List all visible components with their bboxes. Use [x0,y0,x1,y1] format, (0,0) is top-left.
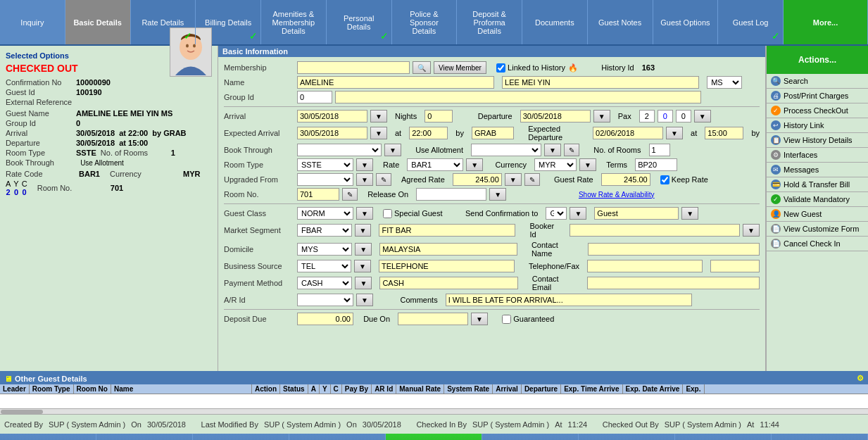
upgraded-from-select[interactable] [297,173,353,186]
due-on-btn[interactable]: ▼ [471,313,488,325]
tab-police[interactable]: Police & Sponsor Details [392,0,458,44]
guaranteed-checkbox[interactable] [502,315,511,324]
tab-basic-details[interactable]: Basic Details [65,0,131,44]
rate-btn[interactable]: ▼ [466,158,483,171]
biz-source-select[interactable]: TEL [297,260,351,272]
market-seg-name-input[interactable] [379,224,515,237]
domicile-name-input[interactable] [379,243,517,256]
group-name-input[interactable] [335,91,701,103]
search-action-btn[interactable]: 🔍 Search [767,74,868,89]
linked-history-check[interactable]: Linked to History [496,63,565,73]
payment-name-input[interactable] [379,277,517,289]
agreed-rate-edit-btn[interactable]: ✎ [524,173,540,186]
hold-transfer-btn[interactable]: 💳 Hold & Transfer Bill [767,177,868,192]
messages-btn[interactable]: ✉ Messages [767,163,868,177]
copy-btn[interactable]: 📄 Copy [482,434,579,440]
special-guest-checkbox[interactable] [383,209,392,218]
last-name-input[interactable] [502,76,699,89]
validate-btn[interactable]: ✓ Validate Mandatory [767,192,868,207]
nights-input[interactable] [424,110,453,122]
arrival-date-input[interactable] [297,110,367,122]
release-on-btn[interactable]: ▼ [489,188,506,201]
book-through-select[interactable] [297,144,382,156]
release-on-input[interactable] [416,188,486,201]
tel-input[interactable] [587,260,703,272]
scrollbar[interactable] [0,408,868,414]
tab-guest-log[interactable]: Guest Log ✓ [718,0,784,44]
new-guest-btn[interactable]: 👤 New Guest [767,207,868,222]
agreed-rate-input[interactable] [453,173,502,186]
booker-id-btn[interactable]: ▼ [743,224,760,237]
comments-input[interactable] [446,294,692,306]
membership-search-btn[interactable]: 🔍 [413,61,431,74]
title-select[interactable]: MSMRMRSDR [707,76,742,89]
history-link-btn[interactable]: ↩ History Link [767,118,868,133]
terms-input[interactable] [635,158,677,171]
contact-email-input[interactable] [587,277,760,289]
tab-more[interactable]: More... [784,0,868,44]
no-rooms-form-input[interactable] [649,144,670,156]
view-customize-btn[interactable]: 📄 View Customize Form [767,222,868,237]
deposit-due-input[interactable] [297,313,353,325]
ar-id-select[interactable] [297,294,353,306]
send-conf-btn[interactable]: ▼ [570,207,586,220]
interfaces-btn[interactable]: ⚙ Interfaces [767,148,868,163]
use-allotment-select[interactable] [471,144,541,156]
agreed-rate-btn[interactable]: ▼ [505,173,522,186]
waitlist-btn[interactable]: 📋 Waitlist Reservation [193,434,289,440]
room-no-btn[interactable]: ✎ [342,188,358,201]
rate-select[interactable]: BAR1 [407,158,463,171]
pax-c-input[interactable] [676,110,691,122]
due-on-input[interactable] [398,313,468,325]
market-seg-select[interactable]: FBAR [297,224,352,237]
tab-guest-notes[interactable]: Guest Notes [588,0,653,44]
exp-arrival-input[interactable] [297,127,367,139]
guest-rate-input[interactable] [601,173,650,186]
market-seg-btn[interactable]: ▼ [355,224,372,237]
payment-method-select[interactable]: CASH [297,277,352,289]
pax-b-input[interactable] [658,110,673,122]
domicile-select[interactable]: MYS [297,243,352,256]
currency-select[interactable]: MYR [534,158,577,171]
view-member-btn[interactable]: View Member [434,61,486,74]
send-conf-type-input[interactable] [594,207,679,220]
exp-arrival-time-input[interactable] [409,127,448,139]
special-guest-check[interactable]: Special Guest [383,209,442,218]
currency-btn[interactable]: ▼ [579,158,596,171]
biz-source-name-input[interactable] [379,260,515,272]
keep-rate-checkbox[interactable] [660,175,669,184]
add-sharer-btn[interactable]: 👤 Add a Sharer [579,434,675,440]
group-id-input[interactable] [297,91,332,103]
send-conf-type-btn[interactable]: ▼ [681,207,698,220]
tab-deposit[interactable]: Deposit & Proforma Details [457,0,522,44]
room-no-input[interactable] [297,188,339,201]
tab-inquiry[interactable]: Inquiry [0,0,65,44]
arrival-date-btn[interactable]: ▼ [370,110,387,122]
tab-billing-details[interactable]: Billing Details ✓ [196,0,261,44]
guest-class-btn[interactable]: ▼ [356,207,373,220]
keep-rate-check[interactable]: Keep Rate [660,175,708,184]
contact-name-input[interactable] [588,243,760,256]
cancel-checkin-btn[interactable]: 📄 Cancel Check In [767,237,868,251]
use-allotment-edit-btn[interactable]: ✎ [564,144,579,156]
biz-source-btn[interactable]: ▼ [354,260,371,272]
exp-dep-time-input[interactable] [705,127,743,139]
recheck-in-btn[interactable]: ↩ Recheck In [0,434,96,440]
domicile-btn[interactable]: ▼ [355,243,372,256]
use-allotment-arrow-btn[interactable]: ▼ [544,144,561,156]
save-modification-btn[interactable]: 💾 Save Modification [675,434,772,440]
book-through-btn[interactable]: ▼ [384,144,401,156]
other-guests-settings[interactable]: ⚙ [857,374,864,383]
first-name-input[interactable] [297,76,494,89]
departure-date-btn[interactable]: ▼ [593,110,610,122]
upgraded-from-edit-btn[interactable]: ✎ [376,173,391,186]
guest-class-select[interactable]: NORM [297,207,353,220]
room-type-btn[interactable]: ▼ [356,158,373,171]
close-btn[interactable]: Close [772,434,868,440]
allocate-room-btn[interactable]: 🏠 Allocate Room [96,434,193,440]
exp-arrival-by-input[interactable] [472,127,514,139]
view-history-btn[interactable]: 📋 View History Details [767,133,868,148]
view-other-guests-btn[interactable]: 👥 View Other Guests [386,434,482,440]
fax-input[interactable] [710,260,760,272]
guaranteed-check[interactable]: Guaranteed [502,315,554,324]
